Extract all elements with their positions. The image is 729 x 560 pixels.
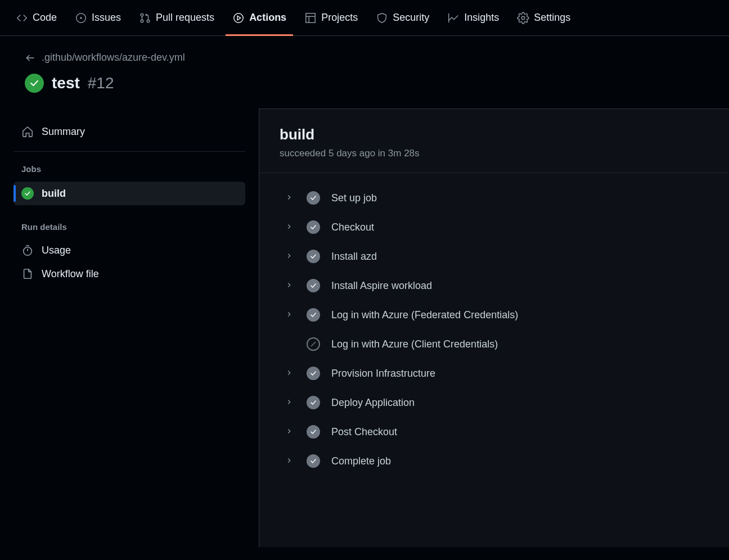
step-row[interactable]: Install Aspire workload xyxy=(280,271,709,300)
nav-pulls-label: Pull requests xyxy=(156,12,214,24)
chevron-right-icon xyxy=(285,368,295,380)
nav-actions[interactable]: Actions xyxy=(226,0,293,36)
job-meta: succeeded 5 days ago in 3m 28s xyxy=(280,148,709,159)
nav-actions-label: Actions xyxy=(249,12,286,24)
step-label: Checkout xyxy=(331,222,374,233)
step-row[interactable]: Deploy Application xyxy=(280,388,709,417)
chevron-right-icon xyxy=(285,222,295,233)
chevron-right-icon xyxy=(285,251,295,263)
status-success-icon xyxy=(25,74,44,93)
arrow-left-icon xyxy=(25,52,36,64)
status-success-icon xyxy=(307,308,320,322)
status-success-icon xyxy=(307,367,320,380)
status-skipped-icon xyxy=(307,337,320,351)
sidebar-summary[interactable]: Summary xyxy=(14,120,245,143)
insights-icon xyxy=(447,12,460,24)
sidebar-usage-label: Usage xyxy=(42,245,71,256)
projects-icon xyxy=(304,12,317,24)
chevron-right-icon xyxy=(285,309,295,321)
actions-icon xyxy=(232,12,245,24)
svg-marker-6 xyxy=(237,16,241,20)
sidebar-job-build-label: build xyxy=(42,188,66,200)
step-label: Post Checkout xyxy=(331,426,397,438)
step-row[interactable]: Complete job xyxy=(280,446,709,476)
sidebar-workflow-file-label: Workflow file xyxy=(42,268,99,280)
step-label: Provision Infrastructure xyxy=(331,368,435,380)
sidebar-job-build[interactable]: build xyxy=(14,182,245,205)
security-icon xyxy=(376,12,388,24)
status-success-icon xyxy=(307,250,320,263)
run-number: #12 xyxy=(88,74,114,92)
step-row[interactable]: Log in with Azure (Federated Credentials… xyxy=(280,300,709,329)
chevron-right-icon xyxy=(285,455,295,467)
step-row[interactable]: Install azd xyxy=(280,242,709,271)
nav-code-label: Code xyxy=(33,12,57,24)
code-icon xyxy=(16,12,28,24)
run-title: test #12 xyxy=(25,74,716,93)
step-label: Complete job xyxy=(331,455,391,467)
status-success-icon xyxy=(307,454,320,468)
step-label: Log in with Azure (Federated Credentials… xyxy=(331,309,518,321)
step-row[interactable]: Provision Infrastructure xyxy=(280,359,709,388)
job-header: build succeeded 5 days ago in 3m 28s xyxy=(259,109,729,173)
chevron-right-icon xyxy=(285,280,295,292)
nav-settings-label: Settings xyxy=(534,12,570,24)
nav-issues[interactable]: Issues xyxy=(68,0,128,36)
svg-rect-7 xyxy=(306,13,316,22)
nav-settings[interactable]: Settings xyxy=(510,0,577,36)
breadcrumb[interactable]: .github/workflows/azure-dev.yml xyxy=(25,52,716,64)
svg-point-5 xyxy=(234,13,244,22)
sidebar-summary-label: Summary xyxy=(42,126,85,138)
step-label: Deploy Application xyxy=(331,397,415,409)
repo-nav: Code Issues Pull requests Actions Projec… xyxy=(0,0,729,36)
nav-issues-label: Issues xyxy=(92,12,121,24)
step-label: Log in with Azure (Client Credentials) xyxy=(331,338,498,350)
svg-line-15 xyxy=(311,342,316,346)
sidebar-workflow-file[interactable]: Workflow file xyxy=(14,262,245,286)
nav-pulls[interactable]: Pull requests xyxy=(132,0,221,36)
nav-insights-label: Insights xyxy=(464,12,499,24)
stopwatch-icon xyxy=(21,244,34,256)
chevron-right-icon xyxy=(285,426,295,438)
svg-point-2 xyxy=(141,13,143,16)
run-header: .github/workflows/azure-dev.yml test #12 xyxy=(0,36,729,109)
status-success-icon xyxy=(307,425,320,439)
status-success-icon xyxy=(307,220,320,234)
svg-point-1 xyxy=(80,17,82,19)
step-label: Install Aspire workload xyxy=(331,280,432,292)
status-success-icon xyxy=(307,191,320,205)
svg-point-4 xyxy=(147,20,150,22)
step-label: Install azd xyxy=(331,251,377,263)
nav-projects-label: Projects xyxy=(321,12,358,24)
breadcrumb-text: .github/workflows/azure-dev.yml xyxy=(42,52,185,64)
status-success-icon xyxy=(307,279,320,292)
divider xyxy=(14,151,245,152)
job-panel: build succeeded 5 days ago in 3m 28s Set… xyxy=(259,109,729,547)
step-row[interactable]: Post Checkout xyxy=(280,417,709,446)
svg-point-3 xyxy=(141,20,143,22)
step-row[interactable]: Checkout xyxy=(280,213,709,242)
job-name: build xyxy=(280,126,709,143)
file-icon xyxy=(21,268,34,280)
status-success-icon xyxy=(307,396,320,409)
chevron-right-icon xyxy=(285,192,295,204)
home-icon xyxy=(21,125,34,138)
step-row[interactable]: Set up job xyxy=(280,183,709,213)
sidebar-jobs-heading: Jobs xyxy=(14,164,245,174)
chevron-right-icon xyxy=(285,397,295,409)
nav-security[interactable]: Security xyxy=(369,0,436,36)
sidebar-run-details-heading: Run details xyxy=(14,222,245,232)
nav-projects[interactable]: Projects xyxy=(298,0,364,36)
pull-request-icon xyxy=(139,12,151,24)
status-success-icon xyxy=(21,187,34,200)
step-row: Log in with Azure (Client Credentials) xyxy=(280,329,709,359)
run-name: test xyxy=(52,74,80,92)
svg-point-10 xyxy=(522,16,525,20)
step-label: Set up job xyxy=(331,192,377,204)
sidebar-usage[interactable]: Usage xyxy=(14,238,245,262)
nav-security-label: Security xyxy=(393,12,429,24)
nav-insights[interactable]: Insights xyxy=(440,0,506,36)
nav-code[interactable]: Code xyxy=(9,0,64,36)
steps-list: Set up jobCheckoutInstall azdInstall Asp… xyxy=(259,173,729,486)
issues-icon xyxy=(75,12,87,24)
